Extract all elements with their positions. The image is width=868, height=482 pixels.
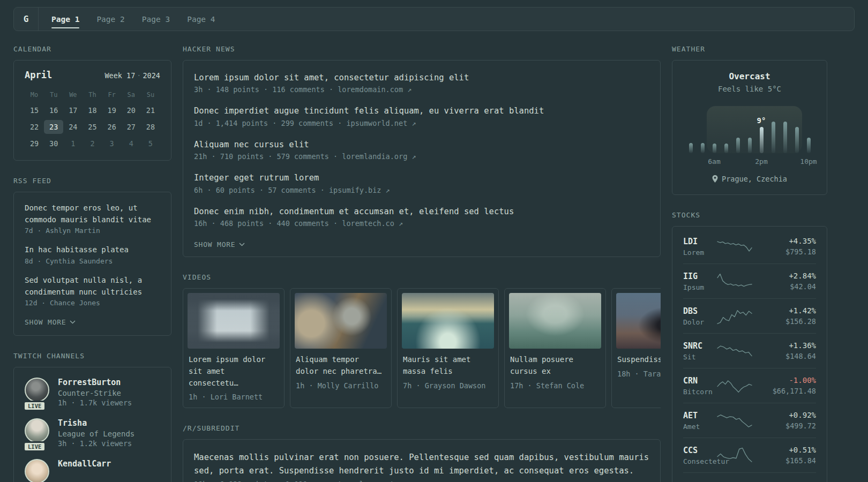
video-thumbnail[interactable] (616, 293, 661, 349)
weather-hourly-chart: 9° (689, 106, 811, 153)
weather-section: WEATHER Overcast Feels like 5°C 9° 6am2p… (672, 45, 827, 195)
stock-row[interactable]: DBS Dolor +1.42% $156.28 (683, 298, 816, 333)
rss-section: RSS FEED Donec tempor eros leo, ut commo… (13, 177, 171, 336)
subreddit-section: /R/SUBREDDIT Maecenas mollis pulvinar er… (183, 424, 661, 482)
rss-item-meta: 7d · Ashlyn Martin (25, 227, 160, 235)
stock-name: Ipsum (683, 283, 712, 291)
calendar-section: CALENDAR April Week 17·2024 Mo Tu We Th … (13, 45, 171, 161)
stock-row[interactable]: IIG Ipsum +2.84% $42.04 (683, 263, 816, 298)
stock-change: -1.00% (757, 376, 816, 385)
hn-item-meta[interactable]: 16h · 468 points · 440 comments · loremt… (194, 219, 649, 228)
channel-name[interactable]: KendallCarr (58, 459, 111, 469)
stock-row[interactable]: AHS +0.46% (683, 472, 816, 482)
video-card[interactable]: Lorem ipsum dolor sit amet consectetu… 1… (183, 288, 285, 408)
hn-item-meta[interactable]: 1d · 1,414 points · 299 comments · ipsum… (194, 119, 649, 127)
chevron-down-icon (239, 243, 245, 246)
calendar-day-selected: 23 (44, 120, 63, 134)
weather-bar (713, 144, 716, 153)
twitch-channel-row[interactable]: LIVE ForrestBurton Counter-Strike 1h · 1… (25, 378, 160, 407)
video-card[interactable]: Suspendisse diam 18h · Tara (611, 288, 661, 408)
video-thumbnail[interactable] (295, 293, 387, 349)
tab-page-2[interactable]: Page 2 (96, 7, 124, 31)
stock-row[interactable]: CRN Bitcorn -1.00% $66,171.48 (683, 368, 816, 403)
video-thumbnail[interactable] (509, 293, 601, 349)
twitch-channel-row[interactable]: KendallCarr (25, 459, 160, 482)
weather-bar (724, 144, 728, 153)
stock-price: $156.28 (757, 317, 816, 326)
calendar-day: 16 (44, 103, 63, 117)
post-meta[interactable]: 19h · 9,932 points · 1,090 comments · lo… (194, 480, 649, 482)
channel-name[interactable]: ForrestBurton (58, 378, 132, 387)
middle-column: HACKER NEWS Lorem ipsum dolor sit amet, … (183, 45, 661, 482)
calendar-day: 19 (102, 103, 122, 117)
hn-item-title[interactable]: Donec enim nibh, condimentum et accumsan… (194, 206, 649, 217)
rss-item-title[interactable]: In hac habitasse platea (25, 244, 160, 256)
video-thumbnail[interactable] (402, 293, 494, 349)
hn-item-title[interactable]: Donec imperdiet augue tincidunt felis al… (194, 105, 649, 117)
hn-item-meta[interactable]: 6h · 60 points · 57 comments · ipsumify.… (194, 186, 649, 194)
avatar (25, 378, 49, 402)
hn-show-more-button[interactable]: SHOW MORE (194, 240, 245, 248)
post-title[interactable]: Maecenas mollis pulvinar erat non posuer… (194, 451, 649, 478)
video-meta: 18h · Tara (616, 370, 661, 378)
hn-item-title[interactable]: Lorem ipsum dolor sit amet, consectetur … (194, 72, 649, 84)
weather-section-title: WEATHER (672, 45, 827, 53)
hn-item-meta[interactable]: 21h · 710 points · 579 comments · loreml… (194, 152, 649, 161)
weekday-label: Fr (102, 89, 122, 101)
hn-item-meta[interactable]: 3h · 148 points · 116 comments · loremdo… (194, 85, 649, 94)
video-thumbnail[interactable] (188, 293, 280, 349)
video-meta: 1h · Lori Barnett (188, 393, 280, 401)
twitch-section: TWITCH CHANNELS LIVE ForrestBurton Count… (13, 352, 171, 482)
weather-bar (772, 122, 775, 153)
daylight-band (707, 106, 802, 153)
video-card[interactable]: Mauris sit amet massa felis 7h · Grayson… (397, 288, 499, 408)
rss-item-title[interactable]: Sed volutpat nulla nisl, a condimentum n… (25, 275, 160, 298)
tab-page-1[interactable]: Page 1 (51, 7, 79, 31)
video-title[interactable]: Lorem ipsum dolor sit amet consectetu… (188, 354, 280, 389)
stock-name: Consectetur (683, 457, 712, 465)
hackernews-list: Lorem ipsum dolor sit amet, consectetur … (183, 60, 661, 257)
stock-row[interactable]: CCS Consectetur +0.51% $165.84 (683, 438, 816, 472)
weather-bar (795, 127, 799, 153)
stock-price: $66,171.48 (757, 387, 816, 395)
calendar-day-next-month: 3 (102, 137, 122, 150)
weekday-label: Tu (44, 89, 63, 101)
weather-bar: 9° (760, 127, 764, 153)
tab-page-4[interactable]: Page 4 (187, 7, 215, 31)
channel-name[interactable]: Trisha (58, 418, 134, 428)
video-title[interactable]: Suspendisse diam (616, 354, 661, 366)
rss-item-title[interactable]: Donec tempor eros leo, ut commodo mauris… (25, 202, 160, 225)
video-title[interactable]: Mauris sit amet massa felis (402, 354, 494, 377)
avatar (25, 418, 49, 443)
tab-page-3[interactable]: Page 3 (142, 7, 170, 31)
video-meta: 17h · Stefan Cole (509, 381, 601, 390)
stock-sparkline (716, 306, 753, 326)
hn-item-title[interactable]: Aliquam nec cursus elit (194, 139, 649, 150)
rss-show-more-button[interactable]: SHOW MORE (25, 318, 76, 326)
stock-symbol: CRN (683, 376, 712, 386)
video-card[interactable]: Nullam posuere cursus ex 17h · Stefan Co… (504, 288, 606, 408)
stock-symbol: AET (683, 411, 712, 420)
hn-item-title[interactable]: Integer eget rutrum lorem (194, 172, 649, 184)
chevron-down-icon (70, 320, 76, 324)
show-more-label: SHOW MORE (25, 318, 66, 326)
stock-name: Dolor (683, 318, 712, 326)
weather-bar (748, 138, 752, 153)
video-title[interactable]: Nullam posuere cursus ex (509, 354, 601, 377)
video-card[interactable]: Aliquam tempor dolor nec pharetra… 1h · … (290, 288, 392, 408)
app-logo[interactable]: G (14, 7, 39, 31)
calendar-day: 17 (63, 103, 83, 117)
stock-row[interactable]: AET Amet +0.92% $499.72 (683, 403, 816, 438)
twitch-channel-row[interactable]: LIVE Trisha League of Legends 3h · 1.2k … (25, 418, 160, 448)
video-title[interactable]: Aliquam tempor dolor nec pharetra… (295, 354, 387, 377)
stock-name: Lorem (683, 248, 712, 257)
map-pin-icon (712, 175, 718, 183)
calendar-day-next-month: 1 (63, 137, 83, 150)
stock-price: $165.84 (757, 456, 816, 465)
calendar-widget: April Week 17·2024 Mo Tu We Th Fr Sa Su … (13, 60, 171, 161)
channel-game: League of Legends (58, 430, 134, 438)
calendar-year: 2024 (143, 71, 160, 80)
calendar-day: 28 (141, 120, 160, 134)
stock-row[interactable]: LDI Lorem +4.35% $795.18 (683, 229, 816, 263)
stock-row[interactable]: SNRC Sit +1.36% $148.64 (683, 333, 816, 368)
